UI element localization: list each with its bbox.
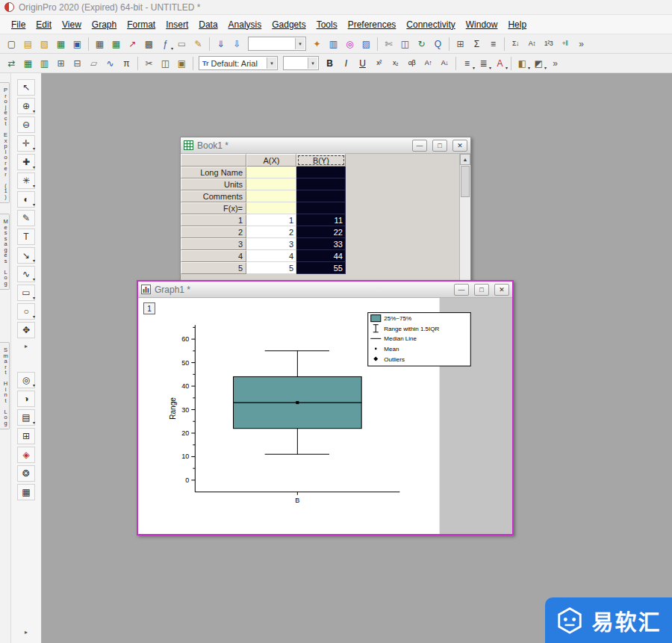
menu-tools[interactable]: Tools (311, 16, 343, 33)
column-header-a[interactable]: A(X) (246, 154, 296, 167)
cell-b[interactable]: 55 (296, 262, 346, 274)
graph1-window[interactable]: Graph1 * — □ ✕ 0102030405060RangeB25%~75… (137, 280, 514, 535)
import-tool[interactable]: ◈ (17, 447, 35, 463)
menu-analysis[interactable]: Analysis (223, 16, 267, 33)
menu-window[interactable]: Window (461, 16, 503, 33)
menu-graph[interactable]: Graph (87, 16, 122, 33)
open-excel-button[interactable]: ▦ (53, 36, 69, 52)
column-statistics-button[interactable]: Σ↓ (508, 36, 523, 52)
menu-file[interactable]: File (6, 16, 31, 33)
column-header-b[interactable]: B(Y) (296, 154, 346, 167)
graph1-close-button[interactable]: ✕ (494, 284, 509, 296)
cell-b[interactable] (296, 202, 346, 214)
project-explorer-button[interactable]: ⊞ (452, 36, 468, 52)
insert-worksheet-tool[interactable]: ▤▾ (17, 409, 35, 426)
book1-minimize-button[interactable]: — (412, 140, 427, 152)
refresh-button[interactable]: ↻ (414, 36, 429, 52)
mask-tool[interactable]: ✎ (17, 210, 35, 226)
border-style-button[interactable]: ◩▾ (531, 55, 547, 71)
plot-setup-button[interactable]: ⇄ (4, 55, 19, 71)
link-tool[interactable]: ❂ (17, 465, 35, 482)
new-folder-button[interactable]: ▤ (20, 36, 36, 52)
cell-a[interactable]: 1 (246, 214, 296, 226)
rectangle-tool[interactable]: ▭▾ (17, 285, 35, 301)
report-sheet-button[interactable]: ▥ (326, 36, 341, 52)
docked-tab-messages-log[interactable]: Messages Log (0, 214, 10, 290)
cell-a[interactable] (246, 178, 296, 190)
row-header[interactable]: Units (181, 178, 246, 190)
row-header[interactable]: Comments (181, 190, 246, 202)
cell-a[interactable]: 2 (246, 226, 296, 238)
subscript-button[interactable]: x₂ (388, 55, 403, 71)
cell-a[interactable]: 5 (246, 262, 296, 274)
chevron-down-icon[interactable]: ▾ (295, 38, 305, 49)
save-project-button[interactable]: ▣ (69, 36, 85, 52)
add-plot-button[interactable]: ▦ (20, 55, 36, 71)
layer-1-badge[interactable]: 1 (143, 302, 155, 314)
increase-font-button[interactable]: A↑ (420, 55, 436, 71)
book1-close-button[interactable]: ✕ (452, 140, 467, 152)
worksheet-query-button[interactable]: ⊞ (53, 55, 69, 71)
new-excel-button[interactable]: ▦ (108, 36, 124, 52)
new-graph-button[interactable]: ↗ (125, 36, 140, 52)
scroll-thumb[interactable] (461, 166, 470, 197)
tools-expand-bottom-icon[interactable]: ▸ (20, 627, 32, 637)
graph1-minimize-button[interactable]: — (454, 284, 469, 296)
cell-b[interactable] (296, 167, 346, 178)
chevron-down-icon[interactable]: ▾ (308, 58, 317, 69)
menu-gadgets[interactable]: Gadgets (267, 16, 311, 33)
insert-sparklines-button[interactable]: ∿ (102, 55, 118, 71)
alignment-button[interactable]: ≡▾ (459, 55, 475, 71)
import-wizard-button[interactable]: ⇓ (213, 36, 228, 52)
graph-canvas[interactable]: 0102030405060RangeB25%~75%Range within 1… (138, 298, 512, 534)
cut-button[interactable]: ✂ (141, 55, 157, 71)
row-header[interactable]: F(x)= (181, 202, 246, 214)
remove-plot-button[interactable]: ▥ (37, 55, 52, 71)
tools-expand-icon[interactable]: ▸ (20, 341, 32, 351)
bold-button[interactable]: B (322, 55, 337, 71)
app-center-button[interactable]: ▨ (358, 36, 374, 52)
cell-b[interactable]: 22 (296, 226, 346, 238)
arrow-tool[interactable]: ↘▾ (17, 247, 35, 264)
menu-data[interactable]: Data (193, 16, 223, 33)
font-combo[interactable]: TrDefault: Arial▾ (199, 56, 278, 70)
set-column-values-button[interactable]: 1²3 (541, 36, 556, 52)
cell-b[interactable] (296, 190, 346, 202)
new-function-plot-button[interactable]: ƒ▾ (158, 36, 173, 52)
pointer-tool[interactable]: ↖ (17, 79, 35, 96)
cell-a[interactable] (246, 202, 296, 214)
docked-tab-project-explorer-1[interactable]: Project Explorer (1) (0, 82, 10, 203)
digitizer-button[interactable]: ◎ (342, 36, 358, 52)
import-single-ascii-button[interactable]: ⇩ (229, 36, 245, 52)
font-size-combo[interactable]: ▾ (283, 56, 319, 70)
rerun-analysis-button[interactable]: ✦ (309, 36, 325, 52)
menu-help[interactable]: Help (503, 16, 532, 33)
menu-connectivity[interactable]: Connectivity (401, 16, 460, 33)
fill-color-button[interactable]: ◧▾ (514, 55, 530, 71)
book1-corner-cell[interactable] (181, 154, 246, 167)
underline-button[interactable]: U (355, 55, 370, 71)
menu-preferences[interactable]: Preferences (343, 16, 402, 33)
line-style-button[interactable]: ≣▾ (476, 55, 491, 71)
cell-a[interactable]: 3 (246, 238, 296, 250)
book1-titlebar[interactable]: Book1 * — □ ✕ (181, 137, 470, 154)
scroll-up-icon[interactable]: ▲ (460, 154, 470, 165)
fill-tool[interactable]: ◑ (17, 391, 35, 407)
copy-button[interactable]: ◫ (158, 55, 173, 71)
curve-tool[interactable]: ∿▾ (17, 266, 35, 282)
new-project-button[interactable]: ▢ (4, 36, 19, 52)
decrease-font-button[interactable]: A↓ (437, 55, 452, 71)
row-header[interactable]: 5 (181, 262, 246, 274)
rescale-tool[interactable]: ◎▾ (17, 372, 35, 388)
screen-reader-tool[interactable]: ✚▾ (17, 154, 35, 170)
font-color-button[interactable]: A▾ (492, 55, 508, 71)
superscript-button[interactable]: x² (371, 55, 387, 71)
insert-equation-button[interactable]: π (119, 55, 134, 71)
cell-b[interactable]: 33 (296, 238, 346, 250)
menu-format[interactable]: Format (122, 16, 161, 33)
graph1-restore-button[interactable]: □ (474, 284, 489, 296)
menu-insert[interactable]: Insert (161, 16, 193, 33)
selection-tool[interactable]: ◐▾ (17, 191, 35, 208)
cell-b[interactable]: 11 (296, 214, 346, 226)
more-standard-button[interactable]: » (573, 36, 589, 52)
